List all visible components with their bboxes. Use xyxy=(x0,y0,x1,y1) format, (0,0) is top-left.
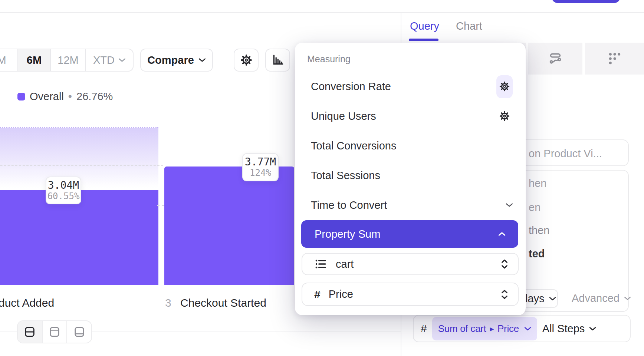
advanced-label: Advanced xyxy=(572,292,620,304)
measuring-title: Measuring xyxy=(307,54,351,65)
tab-query[interactable]: Query xyxy=(410,20,439,32)
advanced-dropdown[interactable]: Advanced xyxy=(572,292,631,304)
time-range-label: XTD xyxy=(93,54,115,66)
flows-toolbar-button[interactable] xyxy=(528,43,582,75)
time-range-m[interactable]: M xyxy=(0,49,18,71)
measurement-summary-row: # Sum of cart ▸ Price All Steps xyxy=(421,315,596,342)
bar-2-value: 3.77M xyxy=(245,156,276,168)
time-range-label: M xyxy=(0,54,6,66)
layout-header-top-button[interactable] xyxy=(43,321,68,343)
hash-icon: # xyxy=(314,288,321,301)
sum-of-cart-price-chip[interactable]: Sum of cart ▸ Price xyxy=(432,317,537,340)
chip-arrow-separator-icon: ▸ xyxy=(490,324,494,333)
flows-icon xyxy=(548,51,563,66)
property-select-value: Price xyxy=(329,288,353,300)
unfold-more-icon[interactable] xyxy=(500,289,509,300)
menu-item-label: Total Conversions xyxy=(311,140,397,152)
menu-item-label: Unique Users xyxy=(311,110,376,122)
time-range-label: 6M xyxy=(27,54,42,66)
bar-1-value: 3.04M xyxy=(48,179,79,191)
chevron-down-icon xyxy=(624,296,631,300)
step-fragment: en xyxy=(529,201,540,214)
primary-action-button[interactable] xyxy=(552,0,620,3)
measuring-dropdown-panel: Measuring Conversion Rate Unique Users xyxy=(295,43,526,315)
layout-toggle-group xyxy=(17,320,92,343)
funnel-analysis-screen: M 6M 12M XTD Compare xyxy=(0,0,644,356)
legend-swatch xyxy=(17,93,25,100)
chip-property-label: Sum of cart xyxy=(438,323,486,334)
menu-item-conversion-rate[interactable]: Conversion Rate xyxy=(303,75,517,98)
bar-2-value-tooltip: 3.77M 124% xyxy=(242,153,279,181)
step-fragment: then xyxy=(529,224,549,237)
chart-type-button[interactable] xyxy=(265,49,290,72)
legend-separator: • xyxy=(68,90,72,103)
all-steps-dropdown[interactable]: All Steps xyxy=(542,323,596,335)
menu-item-total-conversions[interactable]: Total Conversions xyxy=(303,135,517,157)
hash-icon: # xyxy=(421,322,427,335)
more-apps-toolbar-button[interactable] xyxy=(585,43,644,75)
chevron-down-icon xyxy=(549,297,556,301)
step-2-label: 3 Checkout Started xyxy=(165,297,266,309)
gear-icon xyxy=(240,54,253,66)
step-fragment: ted xyxy=(529,248,545,260)
legend: Overall • 26.76% xyxy=(17,90,113,103)
property-select-cart[interactable]: cart xyxy=(302,253,519,275)
menu-item-label: Time to Convert xyxy=(311,199,387,211)
step-2-label-text: Checkout Started xyxy=(180,297,266,309)
chevron-down-icon xyxy=(118,58,126,62)
bar-chart-icon xyxy=(272,54,284,66)
tab-chart-label: Chart xyxy=(456,20,482,32)
property-select-value: cart xyxy=(336,258,354,270)
layout-footer-bottom-button[interactable] xyxy=(67,321,91,343)
step-1-label: duct Added xyxy=(0,297,54,309)
time-range-control: M 6M 12M XTD xyxy=(0,49,134,72)
chevron-up-icon xyxy=(498,232,506,236)
time-range-12m[interactable]: 12M xyxy=(51,49,86,71)
step-2-index: 3 xyxy=(165,297,171,309)
panel-bottom-icon xyxy=(73,326,85,338)
legend-series-label: Overall xyxy=(30,90,64,103)
reference-dashed-line xyxy=(157,205,164,206)
time-range-label: 12M xyxy=(58,54,78,66)
bar-1-conversion-pct: 60.55% xyxy=(47,191,80,202)
all-steps-label: All Steps xyxy=(542,323,585,335)
compare-label: Compare xyxy=(147,54,194,66)
menu-item-unique-users[interactable]: Unique Users xyxy=(303,105,517,127)
menu-item-time-to-convert[interactable]: Time to Convert xyxy=(303,194,517,216)
menu-item-total-sessions[interactable]: Total Sessions xyxy=(303,164,517,187)
chevron-down-icon xyxy=(589,327,596,331)
tab-query-label: Query xyxy=(410,20,439,32)
reference-dashed-line xyxy=(0,165,163,166)
chevron-down-icon xyxy=(524,327,531,331)
menu-item-label: Total Sessions xyxy=(311,169,380,182)
chip-subproperty-label: Price xyxy=(497,323,519,334)
gear-icon[interactable] xyxy=(499,111,510,122)
time-range-6m[interactable]: 6M xyxy=(18,49,51,71)
conversion-window-label: lays xyxy=(525,293,545,305)
list-icon xyxy=(314,258,328,270)
step-fragment: hen xyxy=(529,177,546,189)
funnel-bar-2[interactable] xyxy=(164,167,294,285)
top-divider xyxy=(0,12,644,13)
compare-button[interactable]: Compare xyxy=(140,49,213,72)
tab-chart[interactable]: Chart xyxy=(456,20,482,32)
split-horizontal-icon xyxy=(24,326,36,338)
bar-2-conversion-pct: 124% xyxy=(250,168,271,178)
time-range-xtd[interactable]: XTD xyxy=(86,49,133,71)
chevron-down-icon xyxy=(506,203,513,207)
menu-item-label: Conversion Rate xyxy=(311,80,391,93)
chart-settings-button[interactable] xyxy=(234,49,259,72)
layout-split-horizontal-button[interactable] xyxy=(18,321,43,343)
menu-item-property-sum-selected[interactable]: Property Sum xyxy=(301,220,518,248)
active-tab-indicator xyxy=(409,39,438,41)
menu-item-label: Property Sum xyxy=(315,228,380,240)
panel-top-icon xyxy=(49,326,60,338)
step-1-label-text: duct Added xyxy=(0,297,54,309)
collapsed-step-title: on Product Vi... xyxy=(529,148,602,160)
gear-icon[interactable] xyxy=(499,81,510,92)
bar-1-value-tooltip: 3.04M 60.55% xyxy=(46,177,81,204)
unfold-more-icon[interactable] xyxy=(500,258,509,270)
property-select-price[interactable]: # Price xyxy=(302,283,519,306)
funnel-bar-1[interactable] xyxy=(0,190,158,285)
legend-overall-value: 26.76% xyxy=(76,90,113,103)
